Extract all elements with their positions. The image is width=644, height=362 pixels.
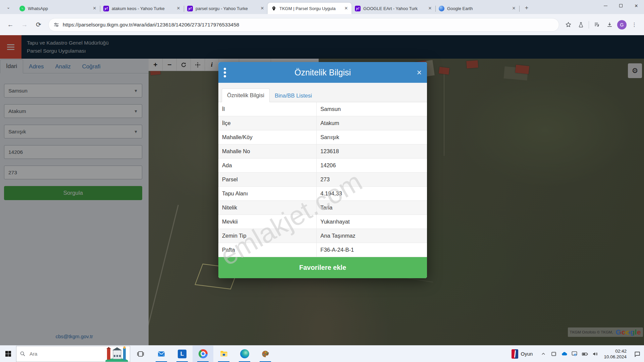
back-button[interactable]: ←	[5, 19, 16, 31]
tab-close-icon[interactable]: ✕	[260, 6, 265, 11]
tab-search-chevron-icon[interactable]: ⌄	[3, 1, 14, 13]
row-value: Samsun	[316, 102, 427, 116]
modal-tab-bina-bb[interactable]: Bina/BB Listesi	[270, 89, 317, 102]
table-row: Tapu Alanı4.194,33	[218, 187, 427, 201]
minimize-button[interactable]	[598, 0, 613, 11]
row-value: Atakum	[316, 116, 427, 130]
media-controls-icon[interactable]	[591, 19, 602, 30]
paint-app-button[interactable]	[255, 346, 276, 362]
hidden-icons-chevron[interactable]	[539, 346, 548, 362]
edge-app-button[interactable]	[234, 346, 255, 362]
new-tab-button[interactable]: ＋	[522, 3, 531, 12]
profile-avatar[interactable]: G	[617, 20, 627, 29]
mail-app-button[interactable]	[151, 346, 172, 362]
modal-tab-oznitelik[interactable]: Öznitelik Bilgisi	[222, 88, 270, 102]
table-row: Mahalle No123618	[218, 144, 427, 159]
modal-title: Öznitelik Bilgisi	[218, 68, 427, 77]
search-input[interactable]	[29, 351, 86, 357]
yahoo-icon: y!	[355, 6, 361, 11]
tab-label: parsel sorgu - Yahoo Turke	[196, 6, 260, 11]
row-label: İl	[218, 102, 316, 116]
downloads-icon[interactable]	[604, 19, 615, 30]
add-to-favorites-button[interactable]: Favorilere ekle	[218, 257, 427, 278]
address-bar[interactable]: https://parselsorgu.tkgm.gov.tr/#ara/ida…	[48, 18, 559, 32]
row-value: Sarıışık	[316, 130, 427, 144]
row-value: Tarla	[316, 201, 427, 215]
start-button[interactable]	[0, 346, 16, 362]
tab-label: atakum keos - Yahoo Turke	[112, 6, 176, 11]
tab-close-icon[interactable]: ✕	[427, 6, 433, 11]
row-label: Mevkii	[218, 215, 316, 229]
labs-beaker-icon[interactable]	[576, 19, 586, 30]
modal-close-icon[interactable]: ×	[417, 68, 422, 77]
browser-tab-tkgm-active[interactable]: TKGM | Parsel Sorgu Uygula ✕	[268, 3, 352, 14]
widget-label[interactable]: Oyun	[521, 351, 533, 357]
row-label: Nitelik	[218, 201, 316, 215]
whatsapp-icon	[19, 6, 25, 11]
search-icon	[20, 351, 25, 357]
taskbar-search[interactable]	[16, 346, 130, 362]
taskbar-clock[interactable]: 02:42 10.06.2024	[604, 348, 627, 360]
browser-tab-yahoo-parsel[interactable]: y! parsel sorgu - Yahoo Turke ✕	[184, 3, 268, 14]
bookmark-star-icon[interactable]	[563, 19, 574, 30]
site-settings-tune-icon[interactable]	[53, 22, 59, 28]
tab-close-icon[interactable]: ✕	[511, 6, 517, 11]
reload-button[interactable]: ⟳	[33, 19, 44, 31]
row-label: İlçe	[218, 116, 316, 130]
chrome-app-button[interactable]	[193, 346, 213, 362]
table-row: İlçeAtakum	[218, 116, 427, 130]
tab-close-icon[interactable]: ✕	[343, 6, 349, 11]
row-label: Ada	[218, 159, 316, 172]
yahoo-icon: y!	[103, 6, 109, 11]
table-row: Mahalle/KöySarıışık	[218, 130, 427, 144]
meet-now-icon[interactable]	[570, 346, 579, 362]
url-text: https://parselsorgu.tkgm.gov.tr/#ara/ida…	[63, 22, 239, 28]
browser-tab-yahoo-atakum[interactable]: y! atakum keos - Yahoo Turke ✕	[100, 3, 184, 14]
action-center-button[interactable]	[631, 346, 644, 362]
tab-label: WhatsApp	[28, 6, 92, 11]
taskbar-apps: L	[130, 346, 276, 362]
yahoo-icon: y!	[187, 6, 193, 11]
forward-button[interactable]: →	[19, 19, 30, 31]
nba-widget-icon[interactable]	[512, 349, 518, 359]
tab-label: TKGM | Parsel Sorgu Uygula	[279, 6, 343, 11]
file-explorer-icon	[219, 349, 228, 358]
browser-toolbar: ← → ⟳ https://parselsorgu.tkgm.gov.tr/#a…	[0, 14, 644, 35]
row-value: Yukarıhayat	[316, 215, 427, 229]
row-label: Zemin Tip	[218, 229, 316, 243]
task-view-button[interactable]	[130, 346, 151, 362]
clock-date: 10.06.2024	[604, 354, 627, 360]
file-explorer-button[interactable]	[213, 346, 234, 362]
browser-tab-whatsapp[interactable]: WhatsApp ✕	[16, 3, 100, 14]
maximize-button[interactable]	[613, 0, 629, 11]
windows-taskbar: L Oyun	[0, 345, 644, 362]
table-row: Zemin TipAna Taşınmaz	[218, 229, 427, 243]
row-value: Ana Taşınmaz	[316, 229, 427, 243]
earth-icon	[439, 6, 444, 11]
mail-icon	[157, 350, 166, 358]
table-row: Parsel273	[218, 173, 427, 187]
onedrive-icon[interactable]	[559, 346, 569, 362]
row-value: 273	[316, 173, 427, 186]
attribute-info-modal: Öznitelik Bilgisi × Öznitelik Bilgisi Bi…	[218, 62, 427, 278]
row-value: 14206	[316, 159, 427, 172]
tab-close-icon[interactable]: ✕	[176, 6, 181, 11]
tab-close-icon[interactable]: ✕	[92, 6, 97, 11]
browser-menu-kebab-icon[interactable]: ⋮	[629, 19, 640, 30]
tkgm-page: Tapu ve Kadastro Genel Müdürlüğü Parsel …	[0, 35, 644, 345]
battery-icon[interactable]	[580, 346, 589, 362]
row-value: F36-A-24-B-1	[316, 243, 427, 257]
tab-label: GOOGLE EArt - Yahoo Turk	[363, 6, 427, 11]
close-window-button[interactable]: ✕	[629, 0, 644, 11]
browser-tab-google-earth[interactable]: Google Earth ✕	[435, 3, 519, 14]
paint-palette-icon	[261, 350, 270, 358]
row-label: Tapu Alanı	[218, 187, 316, 200]
browser-tab-yahoo-googleeart[interactable]: y! GOOGLE EArt - Yahoo Turk ✕	[352, 3, 435, 14]
windows-logo-icon	[5, 351, 11, 357]
volume-icon[interactable]	[591, 346, 600, 362]
l-app-button[interactable]: L	[172, 346, 193, 362]
toolbar-separator	[589, 21, 589, 28]
modal-tabs: Öznitelik Bilgisi Bina/BB Listesi	[218, 83, 427, 102]
tablet-mode-icon[interactable]	[549, 346, 558, 362]
row-value: 4.194,33	[316, 187, 427, 200]
